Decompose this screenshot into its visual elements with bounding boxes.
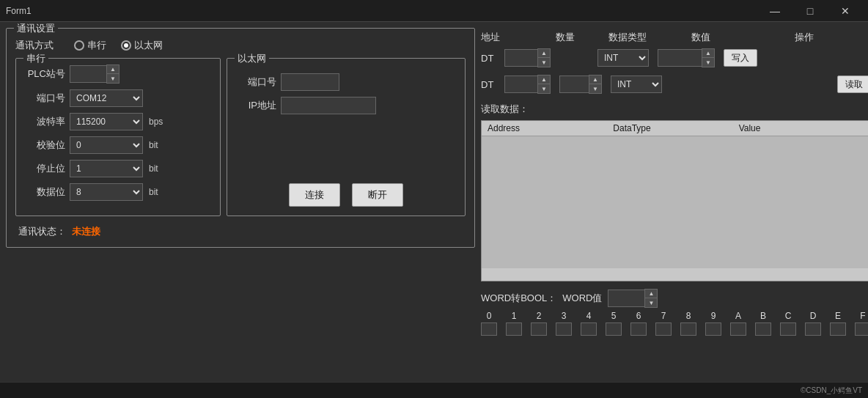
- minimize-button[interactable]: —: [758, 1, 792, 21]
- grid-col-value: Value: [739, 123, 864, 133]
- bit-box-D[interactable]: [805, 323, 821, 336]
- read-qty-input[interactable]: 1: [559, 75, 589, 93]
- parity-unit: bit: [149, 140, 158, 150]
- parity-select[interactable]: 0: [70, 136, 143, 154]
- close-button[interactable]: ✕: [828, 1, 862, 21]
- plc-station-input[interactable]: 1: [70, 65, 106, 83]
- bit-box-C[interactable]: [780, 323, 796, 336]
- ethernet-group-title: 以太网: [235, 52, 269, 65]
- bit-box-8[interactable]: [680, 323, 696, 336]
- bit-box-9[interactable]: [705, 323, 721, 336]
- serial-radio-circle: [74, 40, 84, 51]
- read-qty-up[interactable]: ▲: [589, 75, 601, 84]
- grid-col-datatype: DataType: [613, 123, 738, 133]
- bit-item-1: 1: [506, 311, 522, 336]
- bit-label-9: 9: [711, 311, 716, 321]
- write-val-down[interactable]: ▼: [702, 58, 714, 67]
- bit-box-3[interactable]: [556, 323, 572, 336]
- col-dtype-header: 数据类型: [591, 31, 664, 44]
- bit-box-B[interactable]: [755, 323, 771, 336]
- bit-item-F: F: [855, 311, 868, 336]
- ethernet-radio[interactable]: 以太网: [121, 39, 163, 52]
- parity-row: 校验位 0 bit: [25, 136, 211, 154]
- write-button[interactable]: 写入: [724, 49, 757, 67]
- plc-station-down[interactable]: ▼: [107, 74, 119, 83]
- bit-item-A: A: [730, 311, 746, 336]
- eth-port-label: 端口号: [236, 75, 276, 89]
- serial-radio-label: 串行: [87, 39, 106, 52]
- write-addr-spinbtns: ▲ ▼: [537, 48, 551, 67]
- bit-item-7: 7: [655, 311, 672, 336]
- dt-label-1: DT: [481, 53, 496, 64]
- read-button[interactable]: 读取: [837, 75, 868, 93]
- data-grid: Address DataType Value: [481, 120, 868, 281]
- plc-station-up[interactable]: ▲: [107, 65, 119, 74]
- bit-item-0: 0: [481, 311, 497, 336]
- bit-item-5: 5: [606, 311, 622, 336]
- read-qty-spinbtns: ▲ ▼: [589, 75, 602, 94]
- word-bool-label: WORD转BOOL：: [481, 292, 556, 305]
- bit-item-C: C: [780, 311, 796, 336]
- bit-label-C: C: [785, 311, 792, 321]
- read-data-label: 读取数据：: [481, 103, 868, 116]
- bit-box-E[interactable]: [830, 323, 846, 336]
- maximize-button[interactable]: □: [793, 1, 827, 21]
- baud-select[interactable]: 115200: [70, 113, 143, 130]
- word-val-spin: 0 ▲ ▼: [608, 289, 658, 308]
- write-addr-down[interactable]: ▼: [538, 58, 550, 67]
- connect-button[interactable]: 连接: [289, 183, 340, 207]
- read-addr-down[interactable]: ▼: [538, 84, 550, 93]
- stop-select[interactable]: 1: [70, 160, 143, 177]
- comm-mode-label: 通讯方式: [15, 39, 54, 52]
- eth-port-row: 端口号 5000: [236, 73, 456, 91]
- bit-box-5[interactable]: [606, 323, 622, 336]
- title-bar: Form1 — □ ✕: [0, 0, 868, 22]
- word-val-spinbtns: ▲ ▼: [644, 289, 658, 308]
- serial-radio[interactable]: 串行: [74, 39, 106, 52]
- word-bool-row: WORD转BOOL： WORD值 0 ▲ ▼: [481, 289, 868, 308]
- read-addr-input[interactable]: 0: [504, 75, 537, 93]
- write-addr-up[interactable]: ▲: [538, 49, 550, 58]
- bit-label-B: B: [760, 311, 766, 321]
- word-val-down[interactable]: ▼: [645, 298, 657, 307]
- status-row: 通讯状态： 未连接: [15, 225, 466, 238]
- bit-box-1[interactable]: [506, 323, 522, 336]
- write-addr-input[interactable]: 0: [504, 49, 537, 67]
- dt-label-2: DT: [481, 79, 496, 90]
- bit-item-D: D: [805, 311, 821, 336]
- bit-box-F[interactable]: [855, 323, 868, 336]
- read-qty-down[interactable]: ▼: [589, 84, 601, 93]
- read-addr-up[interactable]: ▲: [538, 75, 550, 84]
- write-dtype-select[interactable]: INT WORD DINT DWORD REAL: [597, 49, 649, 67]
- word-val-label: WORD值: [562, 292, 602, 305]
- write-val-up[interactable]: ▲: [702, 49, 714, 58]
- taskbar-copyright: ©CSDN_小鳄鱼VT: [801, 386, 862, 396]
- bit-item-E: E: [830, 311, 846, 336]
- bit-label-8: 8: [686, 311, 691, 321]
- ip-input[interactable]: 192.168.50.50: [281, 97, 376, 114]
- bit-box-6[interactable]: [630, 323, 647, 336]
- status-value: 未连接: [72, 225, 100, 238]
- data-label: 数据位: [25, 185, 65, 199]
- comm-settings-title: 通讯设置: [14, 22, 58, 35]
- bit-box-A[interactable]: [730, 323, 746, 336]
- ethernet-radio-circle: [121, 40, 131, 51]
- word-val-input[interactable]: 0: [608, 290, 644, 307]
- bit-item-8: 8: [680, 311, 696, 336]
- read-addr-spin: 0 ▲ ▼: [504, 75, 551, 94]
- eth-port-input[interactable]: 5000: [281, 73, 339, 91]
- plc-station-spinbtns: ▲ ▼: [106, 65, 119, 84]
- bit-box-4[interactable]: [581, 323, 597, 336]
- word-val-up[interactable]: ▲: [645, 290, 657, 298]
- bit-box-0[interactable]: [481, 323, 497, 336]
- data-select[interactable]: 8: [70, 183, 143, 201]
- bit-box-7[interactable]: [655, 323, 672, 336]
- write-val-input[interactable]: 0: [658, 49, 702, 67]
- read-dtype-select[interactable]: INT WORD DINT DWORD REAL: [611, 75, 662, 93]
- bit-box-2[interactable]: [531, 323, 547, 336]
- serial-port-label: 端口号: [25, 92, 65, 105]
- disconnect-button[interactable]: 断开: [352, 183, 403, 207]
- baud-row: 波特率 115200 bps: [25, 113, 211, 130]
- connect-row: 连接 断开: [236, 154, 456, 207]
- serial-port-select[interactable]: COM12: [70, 89, 143, 107]
